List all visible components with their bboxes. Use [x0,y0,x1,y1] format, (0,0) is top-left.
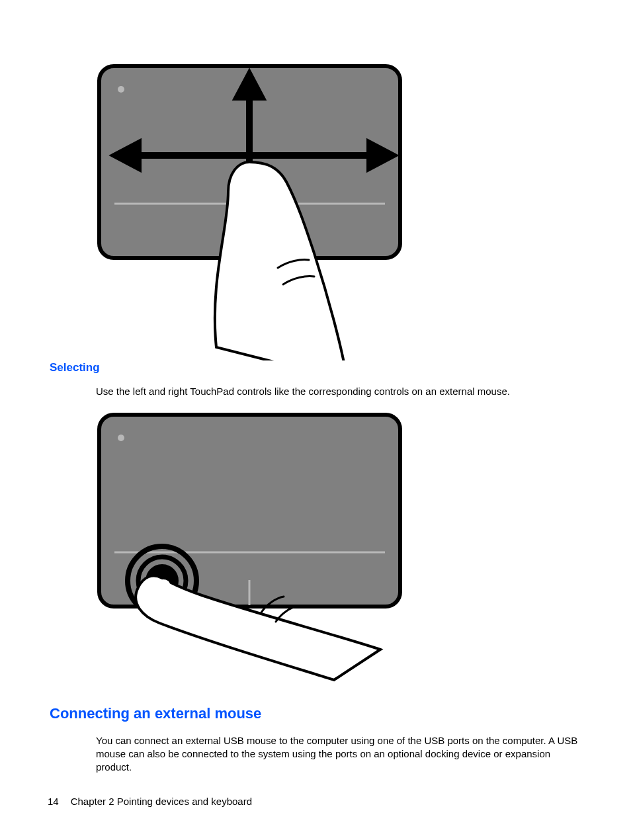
connecting-heading: Connecting an external mouse [50,704,631,724]
touchpad-navigate-illustration [96,63,631,360]
svg-point-1 [118,86,124,93]
selecting-body: Use the left and right TouchPad controls… [96,385,585,398]
chapter-label: Chapter 2 Pointing devices and keyboard [71,796,252,807]
svg-point-11 [118,435,124,441]
svg-point-17 [157,579,170,590]
page-footer: 14Chapter 2 Pointing devices and keyboar… [48,795,252,808]
touchpad-tap-illustration [96,411,631,683]
connecting-body: You can connect an external USB mouse to… [96,734,585,775]
selecting-heading: Selecting [50,360,631,376]
page-number: 14 [48,795,59,808]
